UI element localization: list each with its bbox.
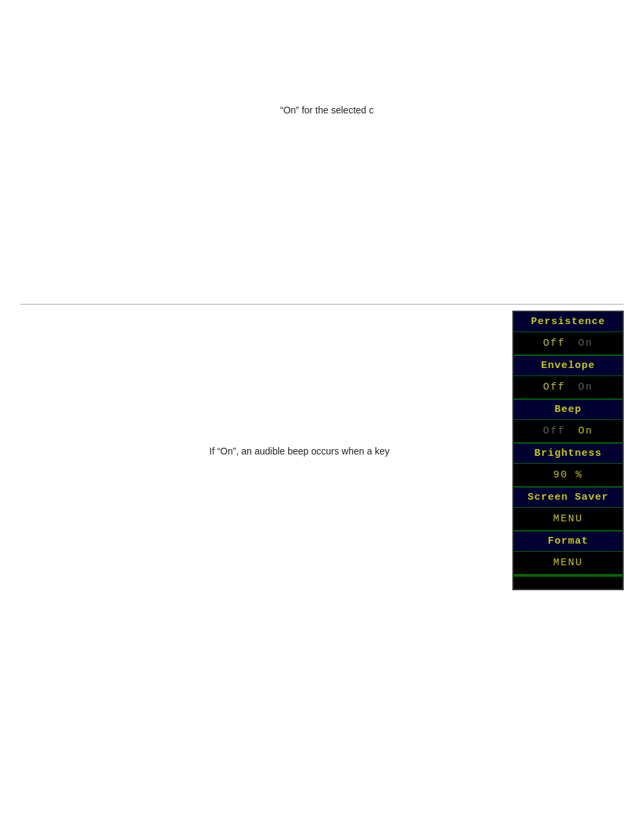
- beep-label[interactable]: Beep: [514, 400, 622, 420]
- persistence-on[interactable]: On: [579, 338, 593, 349]
- brightness-row: Brightness 90 %: [514, 444, 622, 488]
- envelope-off[interactable]: Off: [543, 382, 565, 393]
- persistence-label[interactable]: Persistence: [514, 312, 622, 332]
- brightness-label[interactable]: Brightness: [514, 444, 622, 464]
- top-description-text: “On” for the selected c: [280, 105, 374, 115]
- screen-saver-row: Screen Saver MENU: [514, 488, 622, 531]
- persistence-off[interactable]: Off: [543, 338, 565, 349]
- beep-value[interactable]: Off On: [514, 420, 622, 444]
- beep-off[interactable]: Off: [543, 425, 565, 437]
- screen-saver-value[interactable]: MENU: [514, 508, 622, 531]
- format-row: Format MENU: [514, 531, 622, 575]
- persistence-row: Persistence Off On: [514, 312, 622, 356]
- beep-description-text: If “On”, an audible beep occurs when a k…: [209, 446, 390, 457]
- bottom-bar: [514, 575, 622, 589]
- beep-on[interactable]: On: [579, 425, 593, 437]
- format-label[interactable]: Format: [514, 531, 622, 552]
- brightness-value[interactable]: 90 %: [514, 464, 622, 488]
- envelope-value[interactable]: Off On: [514, 376, 622, 400]
- envelope-on[interactable]: On: [579, 382, 593, 393]
- screen-saver-label[interactable]: Screen Saver: [514, 488, 622, 508]
- format-value[interactable]: MENU: [514, 552, 622, 575]
- sidebar-panel: Persistence Off On Envelope Off On Beep …: [512, 311, 624, 590]
- horizontal-divider: [20, 304, 624, 305]
- beep-row: Beep Off On: [514, 400, 622, 444]
- persistence-value[interactable]: Off On: [514, 332, 622, 356]
- envelope-label[interactable]: Envelope: [514, 356, 622, 376]
- envelope-row: Envelope Off On: [514, 356, 622, 400]
